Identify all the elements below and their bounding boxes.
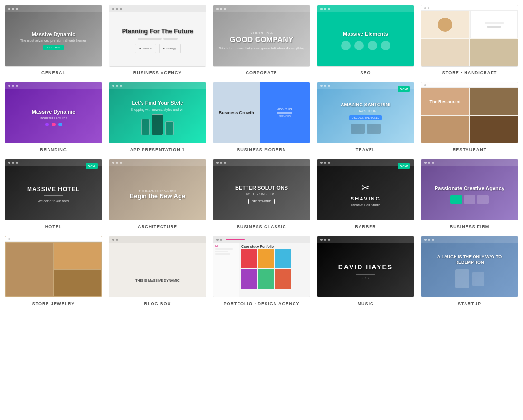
template-item-business-firm[interactable]: Passionate Creative Agency BUSINESS FIRM bbox=[421, 159, 518, 229]
template-label: CORPORATE bbox=[246, 70, 277, 75]
template-label: SEO bbox=[360, 70, 371, 75]
thumb-subtitle: This is the theme that you're gonna talk… bbox=[219, 47, 305, 50]
thumbnail-startup[interactable]: A LAUGH IS THE ONLY WAY TO REDEMPTION bbox=[421, 236, 518, 297]
thumb-btn: DISCOVER THE WORLD bbox=[349, 115, 382, 120]
template-item-seo[interactable]: Massive Elements SEO bbox=[317, 5, 414, 75]
template-item-barber[interactable]: New ✂ SHAVING Creative Hair Studio BARBE… bbox=[317, 159, 414, 229]
thumb-subtitle: ♪ ♫ ♪ bbox=[362, 277, 369, 280]
thumbnail-music[interactable]: DAVID HAYES ♪ ♫ ♪ bbox=[317, 236, 414, 297]
thumbnail-store-jewelry[interactable] bbox=[5, 236, 102, 297]
thumb-title: Planning For The Future bbox=[122, 28, 193, 36]
thumb-title: Passionate Creative Agency bbox=[435, 185, 504, 191]
thumb-title: Let's Find Your Style bbox=[132, 99, 183, 106]
thumb-cta: GET STARTED bbox=[248, 199, 275, 204]
thumb-subtitle: 3 DAYS TOUR bbox=[355, 109, 377, 113]
thumbnail-branding[interactable]: Massive Dynamic Beautiful Features bbox=[5, 82, 102, 143]
thumb-subtitle: BY THINKING FIRST bbox=[246, 192, 277, 196]
thumb-title: Business Growth bbox=[219, 110, 254, 115]
template-label: APP PRESENTATION 1 bbox=[130, 147, 185, 152]
template-label: STARTUP bbox=[458, 301, 481, 306]
template-label: BRANDING bbox=[40, 147, 67, 152]
thumbnail-portfolio[interactable]: M Case study Portfolio bbox=[213, 236, 310, 297]
thumb-title: Massive Elements bbox=[343, 30, 388, 37]
thumbnail-corporate[interactable]: YOU'RE IN A GOOD COMPANY This is the the… bbox=[213, 5, 310, 67]
thumbnail-business-agency[interactable]: Planning For The Future ■ Service ■ Stra… bbox=[109, 5, 206, 67]
template-label: PORTFOLIO · DESIGN AGENCY bbox=[223, 301, 299, 306]
thumb-subtitle: Creative Hair Studio bbox=[351, 203, 380, 207]
thumb-title: THIS IS MASSIVE DYNAMIC bbox=[135, 279, 180, 282]
thumb-title: AMAZING SANTORINI bbox=[341, 102, 390, 108]
thumb-btn: PURCHASE bbox=[43, 45, 64, 50]
thumbnail-hotel[interactable]: New MASSIVE HOTEL Welcome to our hotel bbox=[5, 159, 102, 220]
template-label: BUSINESS AGENCY bbox=[133, 70, 182, 75]
template-item-general[interactable]: Massive Dynamic The most advanced premiu… bbox=[5, 5, 102, 75]
template-label: STORE JEWELRY bbox=[32, 301, 75, 306]
template-label: BUSINESS CLASSIC bbox=[237, 224, 286, 229]
thumbnail-general[interactable]: Massive Dynamic The most advanced premiu… bbox=[5, 5, 102, 67]
template-item-business-modern[interactable]: Business Growth ABOUT US SERVICES BUSINE… bbox=[213, 82, 310, 152]
thumbnail-business-classic[interactable]: BETTER SOLUTIONS BY THINKING FIRST GET S… bbox=[213, 159, 310, 220]
new-badge: New bbox=[86, 163, 98, 169]
template-item-business-classic[interactable]: BETTER SOLUTIONS BY THINKING FIRST GET S… bbox=[213, 159, 310, 229]
thumbnail-barber[interactable]: New ✂ SHAVING Creative Hair Studio bbox=[317, 159, 414, 220]
template-item-portfolio[interactable]: M Case study Portfolio bbox=[213, 236, 310, 306]
thumb-title: Massive Dynamic bbox=[32, 31, 76, 38]
thumbnail-architecture[interactable]: THE BALANCE OF ALL TIME Begin the New Ag… bbox=[109, 159, 206, 220]
template-item-restaurant[interactable]: The Restaurant RESTAURANT bbox=[421, 82, 518, 152]
template-item-business-agency[interactable]: Planning For The Future ■ Service ■ Stra… bbox=[109, 5, 206, 75]
thumb-title: DAVID HAYES bbox=[338, 263, 393, 271]
template-label: TRAVEL bbox=[356, 147, 375, 152]
template-item-corporate[interactable]: YOU'RE IN A GOOD COMPANY This is the the… bbox=[213, 5, 310, 75]
thumbnail-business-firm[interactable]: Passionate Creative Agency bbox=[421, 159, 518, 220]
thumb-subtitle: Welcome to our hotel bbox=[38, 200, 69, 203]
thumb-title: Case study Portfolio bbox=[241, 245, 308, 248]
thumbnail-seo[interactable]: Massive Elements bbox=[317, 5, 414, 67]
thumb-services: SERVICES bbox=[279, 115, 291, 118]
thumb-title: SHAVING bbox=[351, 195, 380, 202]
barber-icon: ✂ bbox=[361, 182, 370, 193]
thumbnail-business-modern[interactable]: Business Growth ABOUT US SERVICES bbox=[213, 82, 310, 143]
template-label: RESTAURANT bbox=[453, 147, 486, 152]
thumb-eyebrow: YOU'RE IN A bbox=[250, 31, 273, 35]
template-item-store-handicraft[interactable]: STORE · HANDICRAFT bbox=[421, 5, 518, 75]
thumb-about: ABOUT US bbox=[277, 108, 292, 111]
thumbnail-store-handicraft[interactable] bbox=[421, 5, 518, 67]
template-grid: Massive Dynamic The most advanced premiu… bbox=[5, 5, 518, 306]
thumb-title: Massive Dynamic bbox=[32, 108, 76, 115]
thumb-subtitle: The most advanced premium all web themes bbox=[20, 39, 86, 42]
new-badge: New bbox=[398, 86, 410, 92]
template-item-travel[interactable]: New AMAZING SANTORINI 3 DAYS TOUR DISCOV… bbox=[317, 82, 414, 152]
template-label: BUSINESS FIRM bbox=[450, 224, 490, 229]
seo-icons bbox=[341, 41, 390, 50]
template-item-startup[interactable]: A LAUGH IS THE ONLY WAY TO REDEMPTION ST… bbox=[421, 236, 518, 306]
template-item-architecture[interactable]: THE BALANCE OF ALL TIME Begin the New Ag… bbox=[109, 159, 206, 229]
template-item-branding[interactable]: Massive Dynamic Beautiful Features BRAND… bbox=[5, 82, 102, 152]
thumb-title: BETTER SOLUTIONS bbox=[235, 184, 288, 191]
template-item-music[interactable]: DAVID HAYES ♪ ♫ ♪ MUSIC bbox=[317, 236, 414, 306]
template-label: BUSINESS MODERN bbox=[237, 147, 286, 152]
thumbnail-restaurant[interactable]: The Restaurant bbox=[421, 82, 518, 143]
new-badge: New bbox=[398, 163, 410, 169]
template-label: STORE · HANDICRAFT bbox=[442, 70, 497, 75]
template-item-app-presentation[interactable]: Let's Find Your Style Shopping with newe… bbox=[109, 82, 206, 152]
thumb-title: Begin the New Age bbox=[130, 192, 185, 200]
thumb-title: MASSIVE HOTEL bbox=[27, 186, 80, 193]
template-item-hotel[interactable]: New MASSIVE HOTEL Welcome to our hotel H… bbox=[5, 159, 102, 229]
thumb-title: GOOD COMPANY bbox=[230, 35, 294, 45]
template-label: ARCHITECTURE bbox=[138, 224, 177, 229]
thumb-title: A LAUGH IS THE ONLY WAY TO REDEMPTION bbox=[425, 254, 514, 265]
template-item-blog-box[interactable]: THIS IS MASSIVE DYNAMIC BLOG BOX bbox=[109, 236, 206, 306]
template-label: HOTEL bbox=[45, 224, 62, 229]
thumbnail-app-presentation[interactable]: Let's Find Your Style Shopping with newe… bbox=[109, 82, 206, 143]
thumbnail-travel[interactable]: New AMAZING SANTORINI 3 DAYS TOUR DISCOV… bbox=[317, 82, 414, 143]
thumb-subtitle: Beautiful Features bbox=[40, 116, 67, 120]
template-label: GENERAL bbox=[41, 70, 66, 75]
template-label: BARBER bbox=[355, 224, 376, 229]
thumb-subtitle: Shopping with newest styles and win bbox=[130, 108, 184, 111]
template-label: BLOG BOX bbox=[144, 301, 171, 306]
template-label: MUSIC bbox=[358, 301, 374, 306]
template-item-store-jewelry[interactable]: STORE JEWELRY bbox=[5, 236, 102, 306]
thumbnail-blog-box[interactable]: THIS IS MASSIVE DYNAMIC bbox=[109, 236, 206, 297]
